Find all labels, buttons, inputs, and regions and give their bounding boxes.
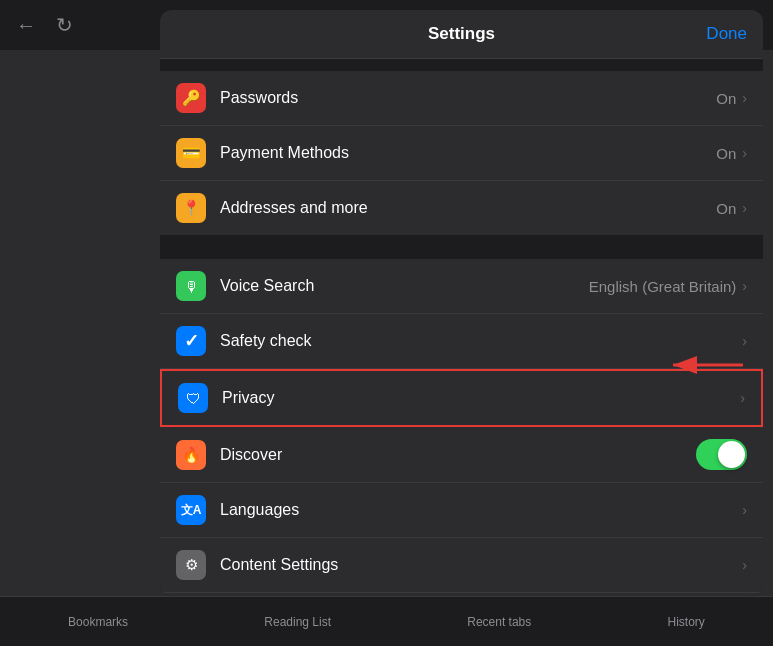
safety-check-chevron: › xyxy=(742,333,747,349)
back-icon[interactable]: ← xyxy=(16,14,36,37)
toggle-knob xyxy=(718,441,745,468)
voice-search-value: English (Great Britain) xyxy=(589,278,737,295)
payment-icon: 💳 xyxy=(176,138,206,168)
addresses-icon: 📍 xyxy=(176,193,206,223)
addresses-item[interactable]: 📍 Addresses and more On › xyxy=(160,181,763,235)
privacy-label: Privacy xyxy=(222,389,740,407)
tab-recent-tabs[interactable]: Recent tabs xyxy=(467,615,531,629)
languages-label: Languages xyxy=(220,501,742,519)
discover-label: Discover xyxy=(220,446,696,464)
passwords-value: On xyxy=(716,90,736,107)
passwords-chevron: › xyxy=(742,90,747,106)
passwords-icon: 🔑 xyxy=(176,83,206,113)
languages-chevron: › xyxy=(742,502,747,518)
safety-check-item[interactable]: ✓ Safety check › xyxy=(160,314,763,369)
addresses-value: On xyxy=(716,200,736,217)
safety-check-label: Safety check xyxy=(220,332,742,350)
addresses-label: Addresses and more xyxy=(220,199,716,217)
discover-toggle[interactable] xyxy=(696,439,747,470)
content-settings-chevron: › xyxy=(742,557,747,573)
content-settings-icon: ⚙ xyxy=(176,550,206,580)
privacy-item[interactable]: 🛡 Privacy › xyxy=(160,369,763,427)
discover-icon: 🔥 xyxy=(176,440,206,470)
settings-header: Settings Done xyxy=(160,10,763,59)
payment-methods-item[interactable]: 💳 Payment Methods On › xyxy=(160,126,763,181)
payment-label: Payment Methods xyxy=(220,144,716,162)
voice-search-label: Voice Search xyxy=(220,277,589,295)
voice-search-icon: 🎙 xyxy=(176,271,206,301)
content-settings-item[interactable]: ⚙ Content Settings › xyxy=(160,538,763,593)
safety-check-icon: ✓ xyxy=(176,326,206,356)
section-autofill: 🔑 Passwords On › 💳 Payment Methods On › … xyxy=(160,71,763,235)
tab-bookmarks[interactable]: Bookmarks xyxy=(68,615,128,629)
privacy-icon: 🛡 xyxy=(178,383,208,413)
passwords-label: Passwords xyxy=(220,89,716,107)
privacy-chevron: › xyxy=(740,390,745,406)
payment-value: On xyxy=(716,145,736,162)
tab-reading-list[interactable]: Reading List xyxy=(264,615,331,629)
tab-history[interactable]: History xyxy=(668,615,705,629)
refresh-icon[interactable]: ↻ xyxy=(56,13,73,37)
bottom-tab-bar: Bookmarks Reading List Recent tabs Histo… xyxy=(0,596,773,646)
settings-panel: Settings Done 🔑 Passwords On › 💳 Payment… xyxy=(160,10,763,596)
settings-title: Settings xyxy=(428,24,495,44)
addresses-chevron: › xyxy=(742,200,747,216)
passwords-item[interactable]: 🔑 Passwords On › xyxy=(160,71,763,126)
voice-search-item[interactable]: 🎙 Voice Search English (Great Britain) › xyxy=(160,259,763,314)
voice-search-chevron: › xyxy=(742,278,747,294)
languages-icon: 文A xyxy=(176,495,206,525)
done-button[interactable]: Done xyxy=(706,24,747,44)
languages-item[interactable]: 文A Languages › xyxy=(160,483,763,538)
section-divider-1 xyxy=(160,247,763,259)
content-settings-label: Content Settings xyxy=(220,556,742,574)
section-misc: 🎙 Voice Search English (Great Britain) ›… xyxy=(160,259,763,596)
payment-chevron: › xyxy=(742,145,747,161)
settings-list: 🔑 Passwords On › 💳 Payment Methods On › … xyxy=(160,59,763,596)
discover-item[interactable]: 🔥 Discover xyxy=(160,427,763,483)
